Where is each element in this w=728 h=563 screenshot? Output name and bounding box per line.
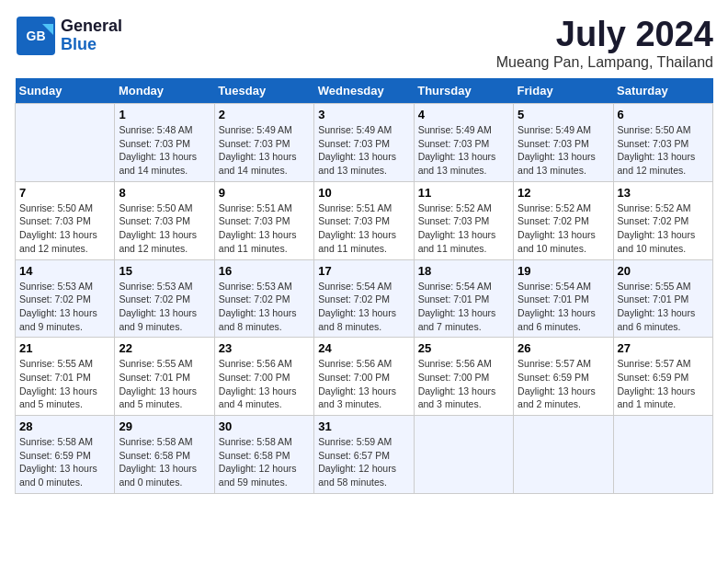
- day-info: Sunrise: 5:48 AM Sunset: 7:03 PM Dayligh…: [119, 123, 210, 178]
- calendar-cell: 15Sunrise: 5:53 AM Sunset: 7:02 PM Dayli…: [115, 259, 214, 338]
- weekday-header-tuesday: Tuesday: [214, 78, 313, 104]
- calendar-cell: 18Sunrise: 5:54 AM Sunset: 7:01 PM Dayli…: [414, 259, 513, 338]
- weekday-header-friday: Friday: [514, 78, 613, 104]
- day-number: 17: [318, 264, 409, 278]
- day-number: 23: [219, 341, 310, 355]
- week-row-2: 7Sunrise: 5:50 AM Sunset: 7:03 PM Daylig…: [16, 181, 713, 259]
- calendar-cell: [414, 416, 513, 494]
- day-number: 25: [418, 341, 509, 355]
- calendar-cell: [16, 104, 115, 182]
- day-number: 13: [618, 186, 709, 200]
- logo-icon: GB: [15, 15, 57, 57]
- calendar-cell: 12Sunrise: 5:52 AM Sunset: 7:02 PM Dayli…: [514, 181, 613, 259]
- day-number: 21: [19, 341, 110, 355]
- calendar-cell: 29Sunrise: 5:58 AM Sunset: 6:58 PM Dayli…: [115, 416, 214, 494]
- day-number: 20: [618, 264, 709, 278]
- day-info: Sunrise: 5:52 AM Sunset: 7:02 PM Dayligh…: [618, 201, 709, 256]
- day-number: 2: [219, 108, 310, 121]
- calendar-table: SundayMondayTuesdayWednesdayThursdayFrid…: [15, 78, 713, 494]
- day-info: Sunrise: 5:55 AM Sunset: 7:01 PM Dayligh…: [119, 357, 210, 411]
- day-info: Sunrise: 5:56 AM Sunset: 7:00 PM Dayligh…: [418, 357, 509, 411]
- day-number: 28: [19, 419, 110, 433]
- weekday-header-monday: Monday: [115, 78, 214, 104]
- day-number: 27: [618, 341, 709, 355]
- weekday-header-wednesday: Wednesday: [314, 78, 414, 104]
- calendar-cell: 26Sunrise: 5:57 AM Sunset: 6:59 PM Dayli…: [514, 338, 613, 416]
- day-number: 4: [418, 108, 509, 121]
- day-number: 9: [219, 186, 310, 200]
- day-info: Sunrise: 5:56 AM Sunset: 7:00 PM Dayligh…: [219, 357, 310, 411]
- logo-name: General: [61, 17, 122, 36]
- day-info: Sunrise: 5:51 AM Sunset: 7:03 PM Dayligh…: [219, 201, 310, 256]
- calendar-cell: 3Sunrise: 5:49 AM Sunset: 7:03 PM Daylig…: [314, 104, 414, 182]
- calendar-cell: 11Sunrise: 5:52 AM Sunset: 7:03 PM Dayli…: [414, 181, 513, 259]
- logo: GB General Blue: [15, 15, 122, 57]
- calendar-cell: 25Sunrise: 5:56 AM Sunset: 7:00 PM Dayli…: [414, 338, 513, 416]
- day-number: 31: [318, 419, 409, 433]
- day-info: Sunrise: 5:55 AM Sunset: 7:01 PM Dayligh…: [19, 357, 110, 411]
- day-info: Sunrise: 5:49 AM Sunset: 7:03 PM Dayligh…: [219, 123, 310, 178]
- day-info: Sunrise: 5:49 AM Sunset: 7:03 PM Dayligh…: [418, 123, 509, 178]
- weekday-header-saturday: Saturday: [613, 78, 712, 104]
- weekday-header-row: SundayMondayTuesdayWednesdayThursdayFrid…: [16, 78, 713, 104]
- day-info: Sunrise: 5:53 AM Sunset: 7:02 PM Dayligh…: [19, 280, 110, 334]
- day-number: 14: [19, 264, 110, 278]
- day-info: Sunrise: 5:58 AM Sunset: 6:58 PM Dayligh…: [119, 435, 210, 489]
- day-info: Sunrise: 5:56 AM Sunset: 7:00 PM Dayligh…: [318, 357, 409, 411]
- day-number: 8: [119, 186, 210, 200]
- calendar-cell: [613, 416, 712, 494]
- calendar-cell: 22Sunrise: 5:55 AM Sunset: 7:01 PM Dayli…: [115, 338, 214, 416]
- week-row-3: 14Sunrise: 5:53 AM Sunset: 7:02 PM Dayli…: [16, 259, 713, 338]
- week-row-5: 28Sunrise: 5:58 AM Sunset: 6:59 PM Dayli…: [16, 416, 713, 494]
- calendar-cell: 2Sunrise: 5:49 AM Sunset: 7:03 PM Daylig…: [214, 104, 313, 182]
- day-number: 22: [119, 341, 210, 355]
- day-number: 26: [518, 341, 609, 355]
- day-info: Sunrise: 5:53 AM Sunset: 7:02 PM Dayligh…: [219, 280, 310, 334]
- day-info: Sunrise: 5:49 AM Sunset: 7:03 PM Dayligh…: [318, 123, 409, 178]
- calendar-cell: 19Sunrise: 5:54 AM Sunset: 7:01 PM Dayli…: [514, 259, 613, 338]
- day-number: 3: [318, 108, 409, 121]
- calendar-cell: 17Sunrise: 5:54 AM Sunset: 7:02 PM Dayli…: [314, 259, 414, 338]
- day-number: 7: [19, 186, 110, 200]
- calendar-cell: 28Sunrise: 5:58 AM Sunset: 6:59 PM Dayli…: [16, 416, 115, 494]
- day-number: 5: [518, 108, 609, 121]
- day-number: 24: [318, 341, 409, 355]
- calendar-cell: 31Sunrise: 5:59 AM Sunset: 6:57 PM Dayli…: [314, 416, 414, 494]
- day-info: Sunrise: 5:59 AM Sunset: 6:57 PM Dayligh…: [318, 435, 409, 489]
- calendar-cell: 27Sunrise: 5:57 AM Sunset: 6:59 PM Dayli…: [613, 338, 712, 416]
- day-info: Sunrise: 5:57 AM Sunset: 6:59 PM Dayligh…: [618, 357, 709, 411]
- day-info: Sunrise: 5:54 AM Sunset: 7:01 PM Dayligh…: [418, 280, 509, 334]
- calendar-cell: 10Sunrise: 5:51 AM Sunset: 7:03 PM Dayli…: [314, 181, 414, 259]
- subtitle: Mueang Pan, Lampang, Thailand: [496, 54, 713, 71]
- day-number: 12: [518, 186, 609, 200]
- weekday-header-thursday: Thursday: [414, 78, 513, 104]
- calendar-cell: 30Sunrise: 5:58 AM Sunset: 6:58 PM Dayli…: [214, 416, 313, 494]
- day-number: 15: [119, 264, 210, 278]
- day-number: 18: [418, 264, 509, 278]
- week-row-1: 1Sunrise: 5:48 AM Sunset: 7:03 PM Daylig…: [16, 104, 713, 182]
- day-info: Sunrise: 5:54 AM Sunset: 7:01 PM Dayligh…: [518, 280, 609, 334]
- day-info: Sunrise: 5:58 AM Sunset: 6:58 PM Dayligh…: [219, 435, 310, 489]
- day-number: 30: [219, 419, 310, 433]
- day-info: Sunrise: 5:54 AM Sunset: 7:02 PM Dayligh…: [318, 280, 409, 334]
- day-number: 19: [518, 264, 609, 278]
- day-info: Sunrise: 5:52 AM Sunset: 7:02 PM Dayligh…: [518, 201, 609, 256]
- day-number: 16: [219, 264, 310, 278]
- title-block: July 2024 Mueang Pan, Lampang, Thailand: [496, 15, 713, 71]
- day-info: Sunrise: 5:58 AM Sunset: 6:59 PM Dayligh…: [19, 435, 110, 489]
- page-header: GB General Blue July 2024 Mueang Pan, La…: [15, 15, 713, 71]
- main-title: July 2024: [496, 15, 713, 54]
- calendar-cell: [514, 416, 613, 494]
- calendar-cell: 20Sunrise: 5:55 AM Sunset: 7:01 PM Dayli…: [613, 259, 712, 338]
- calendar-cell: 16Sunrise: 5:53 AM Sunset: 7:02 PM Dayli…: [214, 259, 313, 338]
- day-number: 1: [119, 108, 210, 121]
- day-info: Sunrise: 5:50 AM Sunset: 7:03 PM Dayligh…: [119, 201, 210, 256]
- calendar-cell: 13Sunrise: 5:52 AM Sunset: 7:02 PM Dayli…: [613, 181, 712, 259]
- calendar-cell: 21Sunrise: 5:55 AM Sunset: 7:01 PM Dayli…: [16, 338, 115, 416]
- calendar-cell: 14Sunrise: 5:53 AM Sunset: 7:02 PM Dayli…: [16, 259, 115, 338]
- day-info: Sunrise: 5:52 AM Sunset: 7:03 PM Dayligh…: [418, 201, 509, 256]
- day-number: 29: [119, 419, 210, 433]
- calendar-cell: 23Sunrise: 5:56 AM Sunset: 7:00 PM Dayli…: [214, 338, 313, 416]
- svg-text:GB: GB: [27, 29, 46, 43]
- calendar-cell: 7Sunrise: 5:50 AM Sunset: 7:03 PM Daylig…: [16, 181, 115, 259]
